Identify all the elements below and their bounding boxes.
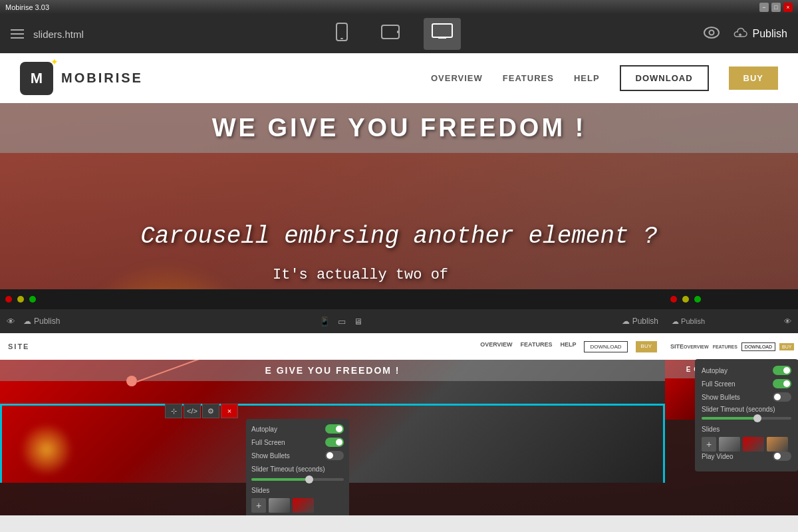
right-timeout-label: Slider Timeout (seconds) [702, 406, 775, 413]
bullets-label: Show Bullets [251, 452, 290, 460]
app-title: Mobirise 3.03 [5, 3, 49, 11]
right-fullscreen-toggle[interactable] [773, 379, 791, 388]
nested-right-panel: ☁ Publish 👁 SITE OVERVIEW FEATURES DOWNL… [665, 289, 798, 515]
timeout-slider[interactable] [251, 478, 344, 481]
right-add-slide-btn[interactable]: + [702, 437, 716, 452]
preview-button[interactable] [704, 27, 720, 42]
publish-button[interactable]: Publish [733, 27, 787, 41]
carousel-title: Carousell embrsing another element ? [0, 223, 798, 250]
right-slider-fill [702, 417, 755, 420]
right-autoplay-row: Autoplay [702, 366, 791, 375]
hero-title-bar: WE GIVE YOU FREEDOM ! [0, 103, 798, 153]
nested-nav-brand: SITE [8, 342, 29, 350]
desktop-view-button[interactable] [424, 18, 461, 50]
svg-rect-1 [340, 38, 343, 39]
tablet-view-button[interactable] [373, 19, 408, 49]
arrow-indicator [126, 376, 137, 386]
nav-download-button[interactable]: DOWNLOAD [620, 65, 709, 91]
nested-highlight-top [0, 404, 665, 406]
right-slides-section: Slides + [702, 422, 791, 452]
minimize-button[interactable]: − [759, 3, 769, 12]
right-slide-thumb-img-2 [743, 437, 764, 452]
slide-thumb-1[interactable] [269, 498, 290, 513]
nested-nav-overview: OVERVIEW [480, 341, 512, 352]
nested-right-download: DOWNLOAD [741, 342, 775, 351]
nested-right-brand: SITE [670, 343, 684, 350]
nested-right-toolbar [665, 289, 798, 309]
website-nav: ✦ MOBIRISE OVERVIEW FEATURES HELP DOWNLO… [0, 53, 798, 103]
nested-right-nav-overview: OVERVIEW [684, 344, 709, 349]
nav-features[interactable]: FEATURES [503, 73, 554, 83]
slides-section: Slides + [251, 483, 344, 513]
nested-right-publish-label: Publish [632, 317, 658, 326]
nested-editor: 👁 ☁ Publish 📱 ▭ 🖥 ☁ Publish [0, 289, 798, 515]
settings-block-btn[interactable]: ⚙ [202, 404, 219, 418]
fullscreen-label: Full Screen [251, 439, 285, 446]
autoplay-row: Autoplay [251, 424, 344, 434]
nested-left-panel: 👁 ☁ Publish 📱 ▭ 🖥 ☁ Publish [0, 289, 665, 515]
nested-main-toolbar: 👁 ☁ Publish 📱 ▭ 🖥 ☁ Publish [0, 309, 665, 333]
right-timeout-row: Slider Timeout (seconds) [702, 406, 791, 413]
nested-right-nav-features: FEATURES [713, 344, 737, 349]
nested-right-publish-btn[interactable]: ☁ Publish [672, 317, 705, 326]
timeout-row: Slider Timeout (seconds) [251, 464, 344, 474]
nav-overview[interactable]: OVERVIEW [431, 73, 483, 83]
nested-right-cloud-icon: ☁ [622, 317, 630, 326]
nested-website-nav: SITE OVERVIEW FEATURES HELP DOWNLOAD BUY [0, 333, 665, 360]
right-playvideo-row: Play Video [702, 452, 791, 461]
logo-name: MOBIRISE [61, 70, 143, 86]
right-bullets-toggle[interactable] [773, 392, 791, 402]
right-slider-thumb [753, 414, 761, 422]
right-slide-thumb-1[interactable] [719, 437, 740, 452]
nested-right-buy: BUY [779, 343, 794, 350]
right-slides-label: Slides [702, 426, 720, 433]
nested-publish-btn[interactable]: ☁ Publish [23, 317, 60, 326]
window-controls[interactable]: − □ × [759, 3, 793, 12]
right-timeout-slider[interactable] [702, 417, 791, 420]
move-block-btn[interactable]: ⊹ [165, 404, 182, 418]
fullscreen-toggle[interactable] [325, 438, 344, 447]
nested-eye-icon: 👁 [7, 317, 15, 327]
close-button[interactable]: × [783, 3, 793, 12]
mobile-view-button[interactable] [327, 17, 357, 51]
toolbar-right: Publish [704, 27, 787, 42]
right-autoplay-label: Autoplay [702, 367, 728, 374]
delete-block-btn[interactable]: × [221, 404, 238, 418]
right-autoplay-toggle[interactable] [773, 366, 791, 375]
autoplay-toggle[interactable] [325, 424, 344, 434]
maximize-button[interactable]: □ [771, 3, 781, 12]
nested-download-btn: DOWNLOAD [584, 341, 627, 352]
right-fullscreen-label: Full Screen [702, 380, 735, 388]
slides-label: Slides [251, 487, 269, 494]
nav-help[interactable]: HELP [574, 73, 600, 83]
nested-min-btn [17, 296, 24, 303]
nested-mobile-icon: 📱 [319, 317, 330, 327]
fullscreen-row: Full Screen [251, 438, 344, 447]
nested-window-chrome [0, 289, 665, 309]
hero-slider: WE GIVE YOU FREEDOM ! Carousell embrsing… [0, 103, 798, 515]
nested-highlight-left [0, 404, 2, 483]
nested-close-btn [5, 296, 12, 303]
toolbar-left: sliders.html [11, 29, 84, 40]
nested-right-eye-btn[interactable]: 👁 [784, 317, 791, 325]
add-slide-btn[interactable]: + [251, 498, 266, 513]
nested-right-close [670, 296, 677, 303]
hamburger-menu[interactable] [11, 29, 24, 39]
slides-thumbnails: + [251, 498, 344, 513]
right-slide-thumb-2[interactable] [743, 437, 764, 452]
main-content: ✦ MOBIRISE OVERVIEW FEATURES HELP DOWNLO… [0, 53, 798, 532]
settings-panel-left: Autoplay Full Screen Show Bullets Slider… [246, 419, 349, 515]
right-playvideo-toggle[interactable] [773, 452, 791, 461]
nested-desktop-icon: 🖥 [354, 317, 362, 327]
nested-right-max [694, 296, 701, 303]
nested-toolbar-icons: 👁 ☁ Publish [7, 317, 60, 327]
nested-right-publish[interactable]: ☁ Publish [622, 317, 658, 326]
slider-fill [251, 478, 307, 481]
code-block-btn[interactable]: </> [184, 404, 201, 418]
nested-nav-features: FEATURES [521, 341, 553, 352]
nav-buy-button[interactable]: BUY [729, 66, 778, 90]
bullets-toggle[interactable] [325, 451, 344, 460]
slide-thumb-2[interactable] [293, 498, 314, 513]
logo-star: ✦ [51, 57, 59, 67]
right-slide-thumb-3[interactable] [767, 437, 788, 452]
